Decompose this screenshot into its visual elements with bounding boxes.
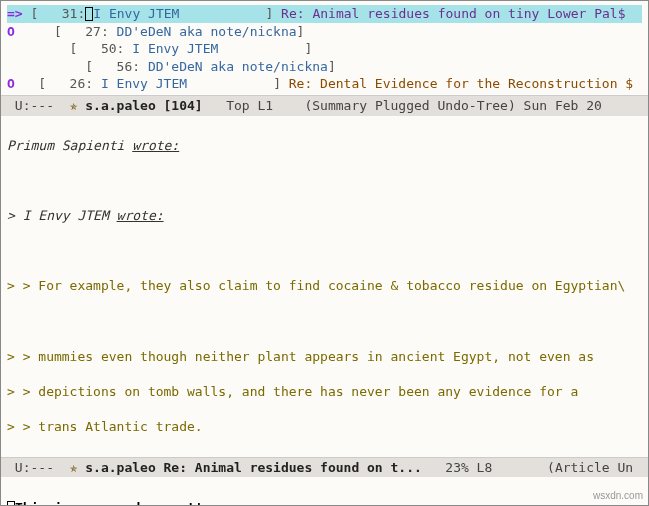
thread-arrow — [7, 41, 23, 56]
quote-line: > > trans Atlantic trade. — [7, 418, 642, 436]
ml-modes: (Summary Plugged Undo-Tree) Sun Feb 20 — [304, 98, 601, 113]
bracket-close: ] — [297, 24, 305, 39]
ml-status: U:--- — [7, 98, 70, 113]
quote-line: > > mummies even though neither plant ap… — [7, 348, 642, 366]
quote-inner-author: > I Envy JTEM wrote: — [7, 207, 642, 225]
bracket-close: ] — [273, 76, 281, 91]
bracket-open: [ 27: — [23, 24, 109, 39]
author: I Envy JTEM — [93, 6, 265, 21]
thread-arrow — [7, 59, 23, 74]
ml-modes: (Article Un — [547, 460, 633, 475]
ml-buffer: s.a.paleo Re: Animal residues found on t… — [77, 460, 445, 475]
watermark: wsxdn.com — [593, 489, 643, 503]
quote-line: > > depictions on tomb walls, and there … — [7, 383, 642, 401]
summary-line-0[interactable]: => [ 31:I Envy JTEM ] Re: Animal residue… — [7, 5, 642, 23]
summary-line-4[interactable]: O [ 26: I Envy JTEM ] Re: Dental Evidenc… — [7, 75, 642, 93]
thread-arrow: O — [7, 24, 23, 39]
modeline-summary: U:--- ✯ s.a.paleo [104] Top L1 (Summary … — [1, 95, 648, 116]
ml-position: 23% L8 — [445, 460, 547, 475]
ml-buffer: s.a.paleo [104] — [77, 98, 226, 113]
bracket-close: ] — [328, 59, 336, 74]
summary-line-3[interactable]: [ 56: DD'eDeN aka note/nickna] — [7, 58, 642, 76]
ml-status: U:--- — [7, 460, 70, 475]
ml-position: Top L1 — [226, 98, 304, 113]
author: I Envy JTEM — [93, 76, 273, 91]
cursor — [7, 501, 15, 506]
modeline-article: U:--- ✯ s.a.paleo Re: Animal residues fo… — [1, 457, 648, 478]
summary-line-1[interactable]: O [ 27: DD'eDeN aka note/nickna] — [7, 23, 642, 41]
author: I Envy JTEM — [124, 41, 304, 56]
summary-line-2[interactable]: [ 50: I Envy JTEM ] — [7, 40, 642, 58]
bracket-open: [ 31: — [23, 6, 86, 21]
bracket-open: [ 26: — [23, 76, 93, 91]
bracket-open: [ 50: — [23, 41, 125, 56]
org-h1: This is an org document! — [7, 499, 642, 506]
org-pane[interactable]: This is an org document! ○ I am reading … — [1, 477, 648, 506]
thread-arrow: => — [7, 6, 23, 21]
author: DD'eDeN aka note/nickna — [140, 59, 328, 74]
summary-pane[interactable]: => [ 31:I Envy JTEM ] Re: Animal residue… — [1, 1, 648, 95]
article-pane[interactable]: Primum Sapienti wrote: > I Envy JTEM wro… — [1, 116, 648, 457]
author: DD'eDeN aka note/nickna — [109, 24, 297, 39]
subject: Re: Animal residues found on tiny Lower … — [273, 6, 625, 21]
thread-arrow: O — [7, 76, 23, 91]
quote-top-author: Primum Sapienti wrote: — [7, 137, 642, 155]
quote-line: > > For example, they also claim to find… — [7, 277, 642, 295]
bracket-open: [ 56: — [23, 59, 140, 74]
subject: Re: Dental Evidence for the Reconstructi… — [281, 76, 633, 91]
bracket-close: ] — [304, 41, 312, 56]
